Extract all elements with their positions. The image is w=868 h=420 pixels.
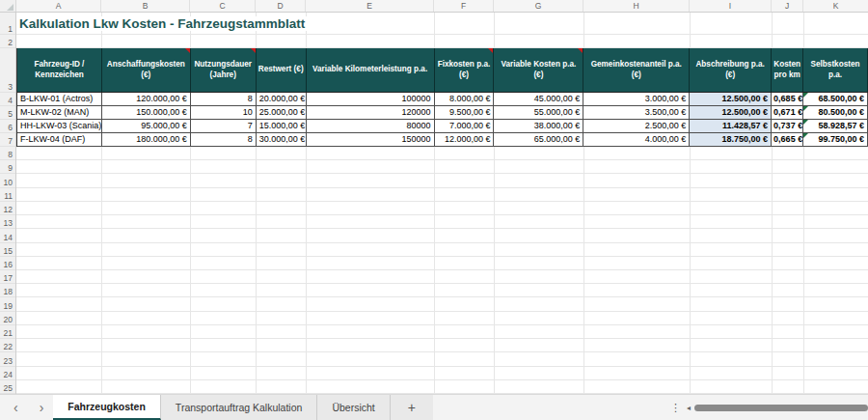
column-header-h[interactable]: H: [583, 0, 690, 12]
row-header[interactable]: 15: [0, 243, 15, 257]
column-header-a[interactable]: A: [16, 0, 101, 12]
row-header[interactable]: 22: [0, 339, 15, 352]
row-header[interactable]: 1: [0, 13, 15, 35]
cell[interactable]: 100000: [307, 93, 435, 106]
cell[interactable]: HH-LKW-03 (Scania): [17, 120, 102, 133]
sheet-title-cell[interactable]: Kalkulation Lkw Kosten - Fahrzeugstammbl…: [16, 16, 311, 31]
header-variable-kosten[interactable]: Variable Kosten p.a. (€): [494, 48, 583, 92]
cell[interactable]: 80.500,00 €: [803, 106, 868, 120]
cell[interactable]: 38.000,00 €: [494, 120, 583, 133]
header-anschaffungskosten[interactable]: Anschaffungskosten (€): [102, 48, 191, 92]
header-selbstkosten[interactable]: Selbstkosten p.a.: [803, 48, 868, 92]
row-header[interactable]: 18: [0, 284, 15, 297]
tab-transportauftrag-kalkulation[interactable]: Transportauftrag Kalkulation: [161, 395, 318, 420]
header-kilometerleistung[interactable]: Variable Kilometerleistung p.a.: [307, 48, 435, 92]
row-header[interactable]: 16: [0, 257, 15, 270]
scrollbar-thumb[interactable]: [694, 405, 868, 411]
next-sheet-icon[interactable]: ›: [40, 401, 44, 414]
header-nutzungsdauer[interactable]: Nutzungsdauer (Jahre): [191, 48, 257, 92]
column-header-i[interactable]: I: [690, 0, 772, 12]
cell[interactable]: 55.000,00 €: [494, 106, 583, 120]
cell[interactable]: 30.000,00 €: [257, 133, 307, 147]
row-header[interactable]: 10: [0, 174, 15, 187]
tab-fahrzeugkosten[interactable]: Fahrzeugkosten: [53, 395, 161, 420]
cell[interactable]: 0,685 €: [772, 93, 803, 106]
header-gemeinkostenanteil[interactable]: Gemeinkostenanteil p.a. (€): [583, 48, 690, 92]
row-header[interactable]: 13: [0, 215, 15, 229]
header-fahrzeug-id[interactable]: Fahrzeug-ID / Kennzeichen: [17, 48, 102, 92]
row-header[interactable]: 24: [0, 367, 15, 380]
row-header[interactable]: 7: [0, 133, 15, 147]
cell[interactable]: 12.500,00 €: [690, 93, 772, 106]
row-header[interactable]: 19: [0, 297, 15, 311]
cell[interactable]: 4.000,00 €: [583, 133, 690, 147]
cell[interactable]: 20.000,00 €: [257, 93, 307, 106]
cell[interactable]: 10: [191, 106, 257, 120]
cell[interactable]: 0,671 €: [772, 106, 803, 120]
add-sheet-button[interactable]: +: [391, 395, 433, 420]
cell[interactable]: 0,737 €: [772, 120, 803, 133]
cell[interactable]: 58.928,57 €: [803, 120, 868, 133]
select-all-corner[interactable]: [0, 0, 16, 12]
row-header[interactable]: 2: [0, 35, 15, 48]
cell[interactable]: 99.750,00 €: [803, 133, 868, 147]
cell[interactable]: 15.000,00 €: [257, 120, 307, 133]
header-kosten-pro-km[interactable]: Kosten pro km: [772, 48, 803, 92]
row-header[interactable]: 12: [0, 202, 15, 215]
row-header[interactable]: 21: [0, 325, 15, 339]
cell[interactable]: 8.000,00 €: [435, 93, 495, 106]
cell[interactable]: B-LKW-01 (Actros): [17, 93, 102, 106]
cell[interactable]: 120000: [307, 106, 435, 120]
row-header[interactable]: 11: [0, 188, 15, 202]
row-header[interactable]: 3: [0, 48, 15, 93]
column-header-e[interactable]: E: [306, 0, 434, 12]
row-header[interactable]: 14: [0, 229, 15, 242]
cell[interactable]: 180.000,00 €: [102, 133, 191, 147]
column-header-c[interactable]: C: [190, 0, 256, 12]
prev-sheet-icon[interactable]: ‹: [14, 401, 18, 414]
column-header-f[interactable]: F: [434, 0, 494, 12]
column-header-j[interactable]: J: [772, 0, 803, 12]
cell[interactable]: 3.500,00 €: [583, 106, 690, 120]
column-header-k[interactable]: K: [803, 0, 868, 12]
cell[interactable]: 2.500,00 €: [583, 120, 690, 133]
header-fixkosten[interactable]: Fixkosten p.a. (€): [435, 48, 495, 92]
more-options-icon[interactable]: ⋮: [665, 395, 687, 420]
cell[interactable]: 8: [191, 133, 257, 147]
cell[interactable]: 3.000,00 €: [583, 93, 690, 106]
header-restwert[interactable]: Restwert (€): [257, 48, 307, 92]
cell[interactable]: 25.000,00 €: [257, 106, 307, 120]
cell[interactable]: 12.000,00 €: [435, 133, 495, 147]
column-header-g[interactable]: G: [494, 0, 583, 12]
scroll-left-icon[interactable]: ◂: [687, 404, 691, 412]
row-header[interactable]: 4: [0, 93, 15, 106]
cell[interactable]: 11.428,57 €: [690, 120, 772, 133]
cell[interactable]: 7: [191, 120, 257, 133]
cell[interactable]: 120.000,00 €: [102, 93, 191, 106]
cell[interactable]: 8: [191, 93, 257, 106]
cell[interactable]: 68.500,00 €: [803, 93, 868, 106]
header-abschreibung[interactable]: Abschreibung p.a. (€): [690, 48, 772, 92]
cell[interactable]: 65.000,00 €: [494, 133, 583, 147]
tab-uebersicht[interactable]: Übersicht: [317, 395, 390, 420]
row-header[interactable]: 9: [0, 160, 15, 174]
cell[interactable]: M-LKW-02 (MAN): [17, 106, 102, 120]
column-header-b[interactable]: B: [101, 0, 190, 12]
cell[interactable]: 45.000,00 €: [494, 93, 583, 106]
row-header[interactable]: 5: [0, 106, 15, 120]
cell[interactable]: 80000: [307, 120, 435, 133]
row-header[interactable]: 25: [0, 380, 15, 394]
cell[interactable]: 18.750,00 €: [690, 133, 772, 147]
row-header[interactable]: 6: [0, 120, 15, 133]
cell[interactable]: 9.500,00 €: [435, 106, 495, 120]
row-header[interactable]: 23: [0, 352, 15, 366]
cell[interactable]: 7.000,00 €: [435, 120, 495, 133]
empty-grid-rows[interactable]: [16, 147, 868, 394]
cell[interactable]: 12.500,00 €: [690, 106, 772, 120]
cell[interactable]: F-LKW-04 (DAF): [17, 133, 102, 147]
cell[interactable]: 0,665 €: [772, 133, 803, 147]
cell[interactable]: 95.000,00 €: [102, 120, 191, 133]
row-header[interactable]: 17: [0, 270, 15, 284]
column-header-d[interactable]: D: [256, 0, 306, 12]
cell[interactable]: 150000: [307, 133, 435, 147]
